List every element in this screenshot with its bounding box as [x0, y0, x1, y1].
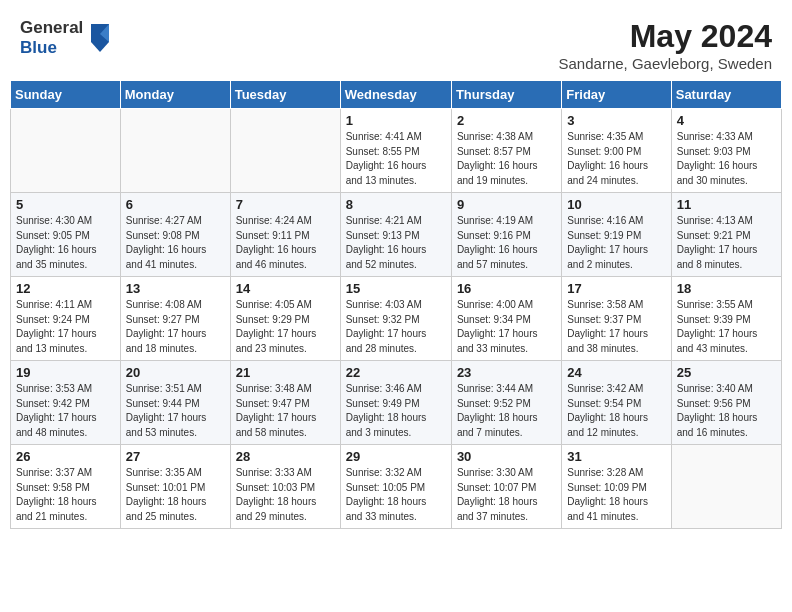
day-number: 11	[677, 197, 776, 212]
month-year-title: May 2024	[559, 18, 772, 55]
day-number: 10	[567, 197, 665, 212]
day-info: Sunrise: 4:11 AM Sunset: 9:24 PM Dayligh…	[16, 298, 115, 356]
day-number: 28	[236, 449, 335, 464]
calendar-week-row: 26Sunrise: 3:37 AM Sunset: 9:58 PM Dayli…	[11, 445, 782, 529]
calendar-cell: 10Sunrise: 4:16 AM Sunset: 9:19 PM Dayli…	[562, 193, 671, 277]
logo-blue: Blue	[20, 38, 57, 57]
day-number: 1	[346, 113, 446, 128]
calendar-cell: 4Sunrise: 4:33 AM Sunset: 9:03 PM Daylig…	[671, 109, 781, 193]
calendar-cell: 15Sunrise: 4:03 AM Sunset: 9:32 PM Dayli…	[340, 277, 451, 361]
day-info: Sunrise: 3:46 AM Sunset: 9:49 PM Dayligh…	[346, 382, 446, 440]
day-info: Sunrise: 4:30 AM Sunset: 9:05 PM Dayligh…	[16, 214, 115, 272]
day-number: 9	[457, 197, 556, 212]
day-number: 29	[346, 449, 446, 464]
col-header-sunday: Sunday	[11, 81, 121, 109]
calendar-cell: 9Sunrise: 4:19 AM Sunset: 9:16 PM Daylig…	[451, 193, 561, 277]
day-info: Sunrise: 4:13 AM Sunset: 9:21 PM Dayligh…	[677, 214, 776, 272]
calendar-cell: 19Sunrise: 3:53 AM Sunset: 9:42 PM Dayli…	[11, 361, 121, 445]
day-info: Sunrise: 3:28 AM Sunset: 10:09 PM Daylig…	[567, 466, 665, 524]
calendar-header-row: SundayMondayTuesdayWednesdayThursdayFrid…	[11, 81, 782, 109]
calendar-cell: 28Sunrise: 3:33 AM Sunset: 10:03 PM Dayl…	[230, 445, 340, 529]
calendar-cell: 25Sunrise: 3:40 AM Sunset: 9:56 PM Dayli…	[671, 361, 781, 445]
calendar-table: SundayMondayTuesdayWednesdayThursdayFrid…	[10, 80, 782, 529]
calendar-cell: 2Sunrise: 4:38 AM Sunset: 8:57 PM Daylig…	[451, 109, 561, 193]
calendar-cell	[11, 109, 121, 193]
logo-general: General	[20, 18, 83, 37]
day-number: 15	[346, 281, 446, 296]
day-info: Sunrise: 3:30 AM Sunset: 10:07 PM Daylig…	[457, 466, 556, 524]
day-info: Sunrise: 4:35 AM Sunset: 9:00 PM Dayligh…	[567, 130, 665, 188]
col-header-friday: Friday	[562, 81, 671, 109]
day-info: Sunrise: 4:21 AM Sunset: 9:13 PM Dayligh…	[346, 214, 446, 272]
calendar-cell	[120, 109, 230, 193]
calendar-cell: 3Sunrise: 4:35 AM Sunset: 9:00 PM Daylig…	[562, 109, 671, 193]
calendar-cell: 21Sunrise: 3:48 AM Sunset: 9:47 PM Dayli…	[230, 361, 340, 445]
day-number: 13	[126, 281, 225, 296]
day-number: 26	[16, 449, 115, 464]
day-number: 24	[567, 365, 665, 380]
logo-icon	[85, 20, 115, 56]
day-info: Sunrise: 3:51 AM Sunset: 9:44 PM Dayligh…	[126, 382, 225, 440]
day-number: 21	[236, 365, 335, 380]
day-info: Sunrise: 4:08 AM Sunset: 9:27 PM Dayligh…	[126, 298, 225, 356]
calendar-cell: 1Sunrise: 4:41 AM Sunset: 8:55 PM Daylig…	[340, 109, 451, 193]
calendar-cell: 18Sunrise: 3:55 AM Sunset: 9:39 PM Dayli…	[671, 277, 781, 361]
calendar-cell: 11Sunrise: 4:13 AM Sunset: 9:21 PM Dayli…	[671, 193, 781, 277]
day-info: Sunrise: 4:38 AM Sunset: 8:57 PM Dayligh…	[457, 130, 556, 188]
calendar-cell: 17Sunrise: 3:58 AM Sunset: 9:37 PM Dayli…	[562, 277, 671, 361]
day-info: Sunrise: 3:48 AM Sunset: 9:47 PM Dayligh…	[236, 382, 335, 440]
title-block: May 2024 Sandarne, Gaevleborg, Sweden	[559, 18, 772, 72]
calendar-cell: 26Sunrise: 3:37 AM Sunset: 9:58 PM Dayli…	[11, 445, 121, 529]
day-info: Sunrise: 3:58 AM Sunset: 9:37 PM Dayligh…	[567, 298, 665, 356]
calendar-cell: 27Sunrise: 3:35 AM Sunset: 10:01 PM Dayl…	[120, 445, 230, 529]
day-info: Sunrise: 4:05 AM Sunset: 9:29 PM Dayligh…	[236, 298, 335, 356]
day-number: 4	[677, 113, 776, 128]
calendar-cell: 31Sunrise: 3:28 AM Sunset: 10:09 PM Dayl…	[562, 445, 671, 529]
calendar-cell	[230, 109, 340, 193]
calendar-cell: 7Sunrise: 4:24 AM Sunset: 9:11 PM Daylig…	[230, 193, 340, 277]
day-number: 30	[457, 449, 556, 464]
day-info: Sunrise: 3:33 AM Sunset: 10:03 PM Daylig…	[236, 466, 335, 524]
day-number: 6	[126, 197, 225, 212]
day-info: Sunrise: 4:27 AM Sunset: 9:08 PM Dayligh…	[126, 214, 225, 272]
col-header-thursday: Thursday	[451, 81, 561, 109]
calendar-week-row: 5Sunrise: 4:30 AM Sunset: 9:05 PM Daylig…	[11, 193, 782, 277]
day-info: Sunrise: 4:41 AM Sunset: 8:55 PM Dayligh…	[346, 130, 446, 188]
calendar-cell: 22Sunrise: 3:46 AM Sunset: 9:49 PM Dayli…	[340, 361, 451, 445]
day-info: Sunrise: 4:19 AM Sunset: 9:16 PM Dayligh…	[457, 214, 556, 272]
col-header-wednesday: Wednesday	[340, 81, 451, 109]
page-header: General Blue May 2024 Sandarne, Gaevlebo…	[10, 10, 782, 76]
day-number: 5	[16, 197, 115, 212]
calendar-cell: 13Sunrise: 4:08 AM Sunset: 9:27 PM Dayli…	[120, 277, 230, 361]
day-info: Sunrise: 4:24 AM Sunset: 9:11 PM Dayligh…	[236, 214, 335, 272]
day-number: 16	[457, 281, 556, 296]
day-info: Sunrise: 4:03 AM Sunset: 9:32 PM Dayligh…	[346, 298, 446, 356]
day-info: Sunrise: 3:35 AM Sunset: 10:01 PM Daylig…	[126, 466, 225, 524]
day-number: 17	[567, 281, 665, 296]
calendar-cell: 23Sunrise: 3:44 AM Sunset: 9:52 PM Dayli…	[451, 361, 561, 445]
calendar-week-row: 1Sunrise: 4:41 AM Sunset: 8:55 PM Daylig…	[11, 109, 782, 193]
col-header-tuesday: Tuesday	[230, 81, 340, 109]
calendar-cell	[671, 445, 781, 529]
calendar-week-row: 19Sunrise: 3:53 AM Sunset: 9:42 PM Dayli…	[11, 361, 782, 445]
calendar-cell: 29Sunrise: 3:32 AM Sunset: 10:05 PM Dayl…	[340, 445, 451, 529]
day-number: 22	[346, 365, 446, 380]
day-info: Sunrise: 3:55 AM Sunset: 9:39 PM Dayligh…	[677, 298, 776, 356]
calendar-cell: 12Sunrise: 4:11 AM Sunset: 9:24 PM Dayli…	[11, 277, 121, 361]
day-number: 18	[677, 281, 776, 296]
day-info: Sunrise: 3:53 AM Sunset: 9:42 PM Dayligh…	[16, 382, 115, 440]
logo: General Blue	[20, 18, 115, 57]
day-info: Sunrise: 3:37 AM Sunset: 9:58 PM Dayligh…	[16, 466, 115, 524]
day-info: Sunrise: 3:40 AM Sunset: 9:56 PM Dayligh…	[677, 382, 776, 440]
day-info: Sunrise: 3:44 AM Sunset: 9:52 PM Dayligh…	[457, 382, 556, 440]
day-number: 31	[567, 449, 665, 464]
day-number: 3	[567, 113, 665, 128]
day-number: 2	[457, 113, 556, 128]
col-header-saturday: Saturday	[671, 81, 781, 109]
col-header-monday: Monday	[120, 81, 230, 109]
calendar-cell: 5Sunrise: 4:30 AM Sunset: 9:05 PM Daylig…	[11, 193, 121, 277]
day-number: 20	[126, 365, 225, 380]
calendar-cell: 16Sunrise: 4:00 AM Sunset: 9:34 PM Dayli…	[451, 277, 561, 361]
calendar-cell: 14Sunrise: 4:05 AM Sunset: 9:29 PM Dayli…	[230, 277, 340, 361]
day-number: 7	[236, 197, 335, 212]
